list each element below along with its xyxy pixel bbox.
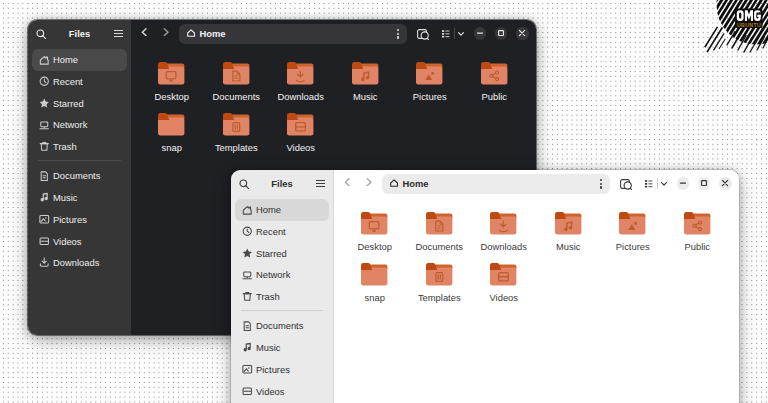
svg-text:UBUNTU: UBUNTU — [737, 22, 761, 28]
